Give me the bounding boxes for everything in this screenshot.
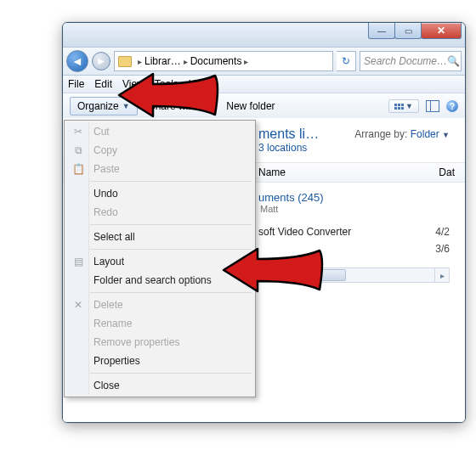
file-date: 3/6 (417, 243, 450, 255)
breadcrumb-sep-icon: ▸ (138, 57, 142, 66)
menu-separator (90, 373, 252, 374)
menu-edit[interactable]: Edit (94, 78, 112, 90)
close-icon: ✕ (437, 25, 445, 37)
breadcrumb-sep-icon: ▸ (244, 57, 248, 66)
menu-item-label: Rename (94, 318, 132, 329)
scroll-right-button[interactable]: ▸ (434, 268, 449, 282)
search-icon: 🔍 (447, 55, 460, 67)
menu-view[interactable]: View (122, 78, 144, 90)
menu-item-undo[interactable]: Undo (66, 184, 253, 203)
file-group: uments (245) Matt soft Video Converter 4… (258, 191, 450, 255)
minimize-button[interactable]: — (368, 23, 395, 39)
toolbar: Organize ▼ Share with ▼ New folder ▼ ? (63, 93, 465, 120)
menu-file[interactable]: File (68, 78, 84, 90)
scroll-right-icon: ▸ (440, 271, 445, 280)
menu-item-label: Cut (94, 126, 110, 138)
menu-item-properties[interactable]: Properties (66, 352, 253, 370)
menu-item-redo[interactable]: Redo (66, 203, 253, 222)
menu-item-label: Layout (94, 256, 124, 267)
share-with-label: Share with (149, 100, 197, 112)
menu-item-remove-properties[interactable]: Remove properties (66, 333, 253, 352)
help-icon: ? (450, 102, 455, 111)
preview-pane-button[interactable] (426, 100, 439, 112)
minimize-icon: — (377, 26, 386, 36)
back-arrow-icon: ◄ (71, 55, 83, 67)
menu-separator (90, 224, 252, 225)
menu-item-label: Close (94, 380, 120, 391)
menu-item-select-all[interactable]: Select all (66, 228, 253, 246)
back-button[interactable]: ◄ (66, 50, 88, 72)
dropdown-arrow-icon: ▼ (200, 102, 207, 110)
arrange-by-label: Arrange by: (354, 128, 407, 140)
menu-item-label: Remove properties (94, 336, 179, 348)
menu-item-copy[interactable]: ⧉ Copy (66, 141, 253, 160)
help-button[interactable]: ? (446, 100, 458, 112)
window-buttons: — ▭ ✕ (368, 23, 462, 39)
menu-item-paste[interactable]: 📋 Paste (66, 160, 253, 178)
menu-item-label: Paste (94, 163, 120, 175)
file-date: 4/2 (417, 226, 450, 238)
delete-icon: ✕ (71, 298, 85, 312)
search-placeholder: Search Docume… (364, 55, 447, 67)
breadcrumb-sep-icon: ▸ (184, 57, 188, 66)
dropdown-arrow-icon: ▼ (442, 131, 450, 139)
scroll-left-button[interactable]: ◂ (259, 268, 274, 282)
menu-item-rename[interactable]: Rename (66, 314, 253, 333)
arrange-by: Arrange by: Folder ▼ (354, 128, 450, 140)
paste-icon: 📋 (71, 162, 85, 176)
list-item[interactable]: 3/6 (258, 243, 450, 255)
horizontal-scrollbar[interactable]: ◂ ▸ (258, 267, 450, 283)
scroll-left-icon: ◂ (264, 271, 269, 280)
arrange-by-value-text: Folder (411, 128, 439, 140)
menu-item-label: Select all (94, 231, 135, 243)
organize-dropdown-menu: ✂ Cut ⧉ Copy 📋 Paste Undo Redo Select al… (64, 120, 256, 397)
dropdown-arrow-icon: ▼ (122, 102, 130, 110)
folder-icon (118, 56, 132, 67)
menu-item-label: Redo (94, 206, 118, 218)
share-with-button[interactable]: Share with ▼ (141, 97, 216, 115)
organize-button[interactable]: Organize ▼ (70, 97, 138, 115)
maximize-button[interactable]: ▭ (394, 23, 422, 39)
menu-tools[interactable]: Tools (155, 78, 178, 90)
scrollbar-thumb[interactable] (293, 269, 346, 281)
copy-icon: ⧉ (71, 144, 85, 157)
breadcrumb-item-documents[interactable]: Documents (190, 55, 242, 67)
group-title[interactable]: uments (245) (258, 191, 450, 204)
arrange-by-value[interactable]: Folder ▼ (411, 128, 450, 140)
search-input[interactable]: Search Docume… 🔍 (360, 51, 462, 71)
list-item[interactable]: soft Video Converter 4/2 (258, 226, 450, 238)
refresh-button[interactable]: ↻ (337, 51, 356, 71)
menu-item-label: Properties (94, 355, 140, 367)
file-name (258, 243, 417, 255)
view-thumbnails-icon (394, 104, 404, 110)
menu-item-delete[interactable]: ✕ Delete (66, 296, 253, 314)
library-locations-link[interactable]: 3 locations (258, 142, 453, 154)
menu-separator (90, 181, 252, 182)
group-path: Matt (258, 204, 450, 214)
forward-arrow-icon: ► (96, 56, 106, 66)
toolbar-right: ▼ ? (388, 99, 458, 113)
file-name: soft Video Converter (258, 226, 417, 238)
titlebar: — ▭ ✕ (63, 23, 465, 48)
organize-label: Organize (77, 100, 119, 112)
menu-item-label: Delete (94, 299, 123, 311)
view-mode-button[interactable]: ▼ (388, 99, 419, 113)
menu-item-cut[interactable]: ✂ Cut (66, 122, 253, 141)
breadcrumb[interactable]: ▸ Librar… ▸ Documents ▸ (114, 51, 333, 71)
menu-item-label: Undo (94, 188, 118, 200)
menubar: File Edit View Tools Help (63, 76, 465, 93)
refresh-icon: ↻ (342, 55, 350, 67)
new-folder-button[interactable]: New folder (218, 97, 282, 115)
column-date[interactable]: Dat (439, 166, 455, 178)
menu-item-folder-options[interactable]: Folder and search options (66, 271, 253, 290)
new-folder-label: New folder (226, 100, 275, 112)
forward-button[interactable]: ► (92, 52, 110, 70)
close-button[interactable]: ✕ (421, 23, 462, 39)
menu-item-close[interactable]: Close (66, 376, 253, 395)
menu-item-layout[interactable]: ▤ Layout (66, 252, 253, 271)
menu-help[interactable]: Help (189, 78, 210, 90)
cut-icon: ✂ (71, 125, 85, 138)
breadcrumb-item-libraries[interactable]: Librar… (144, 55, 181, 67)
menu-item-label: Copy (94, 144, 117, 156)
maximize-icon: ▭ (405, 26, 412, 36)
